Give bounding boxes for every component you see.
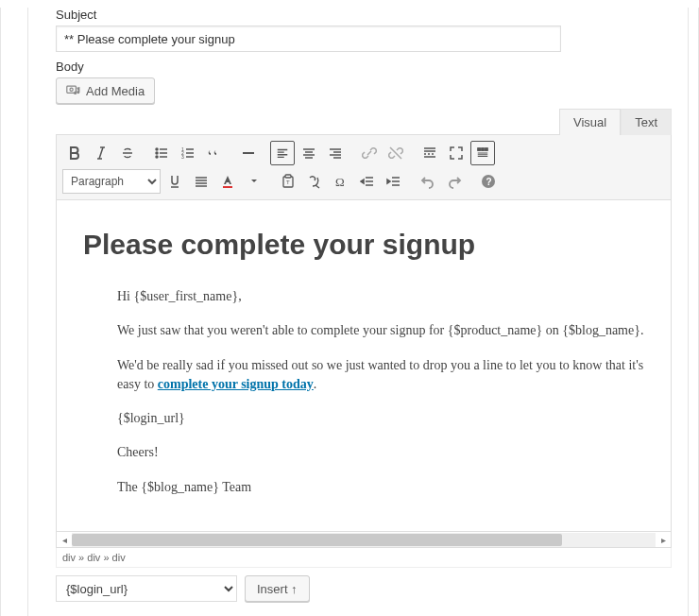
bold-icon[interactable]	[62, 141, 87, 165]
outdent-icon[interactable]	[355, 169, 380, 194]
signup-link[interactable]: complete your signup today	[158, 377, 314, 391]
content-paragraph[interactable]: Cheers!	[117, 443, 644, 462]
svg-rect-10	[486, 148, 488, 151]
fullscreen-icon[interactable]	[444, 141, 469, 165]
svg-rect-13	[285, 175, 291, 178]
tab-visual[interactable]: Visual	[559, 109, 621, 135]
svg-text:Ω: Ω	[335, 175, 345, 189]
svg-point-2	[156, 148, 158, 150]
svg-rect-8	[478, 148, 481, 151]
content-paragraph[interactable]: Hi {$user_first_name},	[117, 287, 644, 306]
numbered-list-icon[interactable]: 123	[176, 141, 200, 165]
svg-text:3: 3	[181, 154, 184, 160]
camera-music-icon	[66, 83, 81, 98]
editor-area[interactable]: Please complete your signup Hi {$user_fi…	[56, 200, 672, 532]
subject-label: Subject	[56, 8, 672, 22]
editor-toolbar: 123 Paragraph T Ω ?	[56, 135, 672, 200]
undo-icon[interactable]	[416, 169, 440, 194]
element-path[interactable]: div » div » div	[56, 548, 672, 568]
body-label: Body	[56, 60, 672, 74]
svg-point-4	[156, 156, 158, 158]
toolbar-toggle-icon[interactable]	[470, 141, 495, 165]
svg-point-3	[156, 152, 158, 154]
align-right-icon[interactable]	[323, 141, 348, 165]
svg-text:T: T	[286, 180, 290, 185]
content-paragraph[interactable]: The {$blog_name} Team	[117, 478, 644, 497]
svg-rect-11	[223, 186, 232, 188]
bullet-list-icon[interactable]	[149, 141, 174, 165]
help-icon[interactable]: ?	[476, 169, 501, 194]
subject-input[interactable]	[56, 26, 561, 52]
strikethrough-icon[interactable]	[115, 141, 140, 165]
format-select[interactable]: Paragraph	[62, 169, 161, 194]
blockquote-icon[interactable]	[202, 141, 227, 165]
link-icon[interactable]	[357, 141, 382, 165]
indent-icon[interactable]	[382, 169, 406, 194]
italic-icon[interactable]	[89, 141, 113, 165]
text-color-icon[interactable]	[215, 169, 240, 194]
text-color-dropdown-icon[interactable]	[242, 169, 266, 194]
underline-icon[interactable]	[162, 169, 187, 194]
add-media-button[interactable]: Add Media	[56, 77, 155, 104]
clear-formatting-icon[interactable]	[302, 169, 327, 194]
hr-icon[interactable]	[236, 141, 261, 165]
redo-icon[interactable]	[442, 169, 467, 194]
add-media-label: Add Media	[86, 84, 145, 98]
svg-rect-9	[482, 148, 485, 151]
content-heading[interactable]: Please complete your signup	[83, 229, 644, 261]
svg-point-1	[70, 88, 73, 91]
content-paragraph[interactable]: We'd be really sad if you missed out so …	[117, 356, 644, 395]
scroll-right-icon[interactable]: ▸	[656, 535, 671, 545]
variable-select[interactable]: {$login_url}	[56, 575, 237, 602]
content-paragraph[interactable]: {$login_url}	[117, 409, 644, 428]
read-more-icon[interactable]	[418, 141, 442, 165]
unlink-icon[interactable]	[384, 141, 408, 165]
special-char-icon[interactable]: Ω	[329, 169, 353, 194]
align-center-icon[interactable]	[297, 141, 321, 165]
paste-text-icon[interactable]: T	[276, 169, 300, 194]
scroll-thumb[interactable]	[72, 534, 562, 546]
svg-text:?: ?	[486, 177, 492, 187]
scroll-left-icon[interactable]: ◂	[57, 535, 72, 545]
insert-button[interactable]: Insert ↑	[245, 575, 310, 602]
content-paragraph[interactable]: We just saw that you weren't able to com…	[117, 321, 644, 340]
editor-tabs: Visual Text	[56, 108, 672, 135]
horizontal-scrollbar[interactable]: ◂ ▸	[56, 532, 672, 548]
tab-text[interactable]: Text	[621, 109, 672, 135]
align-left-icon[interactable]	[270, 141, 295, 165]
align-justify-icon[interactable]	[189, 169, 213, 194]
